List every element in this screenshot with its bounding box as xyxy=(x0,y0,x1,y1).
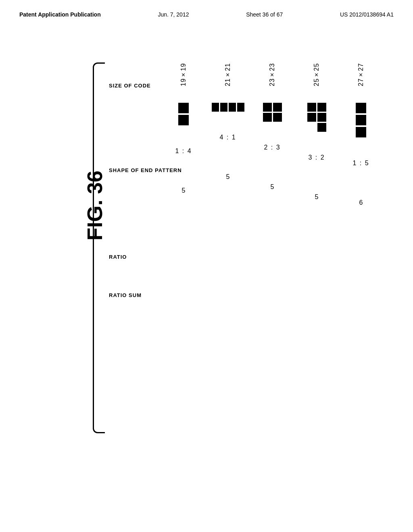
block-25-4 xyxy=(317,113,326,122)
pattern-23-row1 xyxy=(263,103,282,112)
col-25: 25×25 3 : 2 5 xyxy=(294,58,339,437)
block-25-5 xyxy=(317,123,326,132)
block-21-2 xyxy=(220,103,227,112)
patent-number: US 2012/0138694 A1 xyxy=(340,11,394,18)
publication-label: Patent Application Publication xyxy=(19,11,101,18)
block-25-2 xyxy=(317,103,326,112)
block-23-1 xyxy=(263,103,272,112)
pattern-23 xyxy=(263,103,282,122)
sum-25: 5 xyxy=(315,193,319,201)
block-27-2 xyxy=(356,115,366,125)
row-labels: SIZE OF CODE SHAPE OF END PATTERN RATIO … xyxy=(109,58,161,437)
pattern-25 xyxy=(307,103,326,132)
col-23: 23×23 2 : 3 5 xyxy=(250,58,294,437)
block-21-1 xyxy=(212,103,219,112)
size-19: 19×19 xyxy=(180,58,187,91)
size-label: SIZE OF CODE xyxy=(109,83,161,89)
ratio-25: 3 : 2 xyxy=(308,154,325,161)
ratio-label: RATIO xyxy=(109,254,161,260)
block-27-1 xyxy=(356,103,366,113)
block-25-1 xyxy=(307,103,316,112)
sum-27: 6 xyxy=(359,199,363,206)
bracket xyxy=(93,62,105,433)
date-label: Jun. 7, 2012 xyxy=(158,11,189,18)
pattern-25-row2 xyxy=(307,113,326,122)
sum-23: 5 xyxy=(271,183,274,191)
block-21-3 xyxy=(229,103,236,112)
block-27-3 xyxy=(356,127,366,137)
col-19: 19×19 1 : 4 5 xyxy=(161,58,206,437)
block-23-4 xyxy=(273,113,282,122)
pattern-23-row2 xyxy=(263,113,282,122)
block-21-4 xyxy=(237,103,244,112)
block-25-3 xyxy=(307,113,316,122)
size-25: 25×25 xyxy=(313,58,320,91)
pattern-19 xyxy=(178,103,189,125)
pattern-25-row3 xyxy=(317,123,326,132)
block-19-2 xyxy=(178,115,189,125)
block-19-1 xyxy=(178,103,189,113)
sheet-label: Sheet 36 of 67 xyxy=(246,11,283,18)
ratio-23: 2 : 3 xyxy=(264,144,280,151)
pattern-27 xyxy=(356,103,366,137)
size-21: 21×21 xyxy=(224,58,232,91)
sum-19: 5 xyxy=(182,187,186,194)
ratio-19: 1 : 4 xyxy=(175,148,192,155)
sum-21: 5 xyxy=(226,173,230,181)
page-header: Patent Application Publication Jun. 7, 2… xyxy=(0,0,413,18)
block-23-3 xyxy=(263,113,272,122)
block-23-2 xyxy=(273,103,282,112)
ratio-21: 4 : 1 xyxy=(219,134,236,141)
ratio-27: 1 : 5 xyxy=(353,160,369,167)
data-columns: 19×19 1 : 4 5 21×21 4 : 1 5 23×23 xyxy=(161,58,399,437)
content-area: SIZE OF CODE SHAPE OF END PATTERN RATIO … xyxy=(109,58,399,437)
sum-label: RATIO SUM xyxy=(109,292,161,298)
size-27: 27×27 xyxy=(357,58,365,91)
size-23: 23×23 xyxy=(269,58,276,91)
col-27: 27×27 1 : 5 6 xyxy=(339,58,383,437)
pattern-25-row1 xyxy=(307,103,326,112)
pattern-21 xyxy=(212,103,244,112)
shape-label: SHAPE OF END PATTERN xyxy=(109,167,161,173)
col-21: 21×21 4 : 1 5 xyxy=(206,58,250,437)
